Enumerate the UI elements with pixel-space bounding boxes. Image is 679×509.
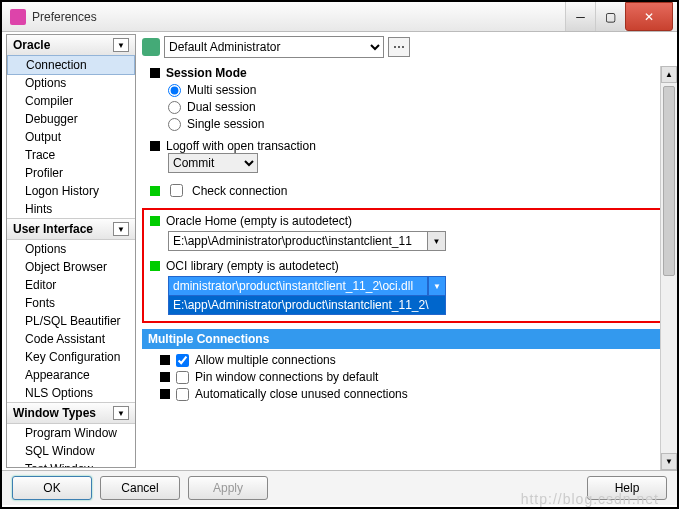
sidebar-item-trace[interactable]: Trace bbox=[7, 146, 135, 164]
logoff-legend: Logoff with open transaction bbox=[166, 139, 316, 153]
help-button[interactable]: Help bbox=[587, 476, 667, 500]
category-oracle[interactable]: Oracle ▼ bbox=[7, 35, 135, 56]
sidebar-item-debugger[interactable]: Debugger bbox=[7, 110, 135, 128]
sidebar-item-hints[interactable]: Hints bbox=[7, 200, 135, 218]
minimize-button[interactable]: ─ bbox=[565, 2, 595, 31]
marker-icon bbox=[150, 68, 160, 78]
sidebar-item-key-config[interactable]: Key Configuration bbox=[7, 348, 135, 366]
scroll-up-icon[interactable]: ▲ bbox=[661, 66, 677, 83]
sidebar-item-fonts[interactable]: Fonts bbox=[7, 294, 135, 312]
sidebar-item-beautifier[interactable]: PL/SQL Beautifier bbox=[7, 312, 135, 330]
maximize-button[interactable]: ▢ bbox=[595, 2, 625, 31]
sidebar-item-test-window[interactable]: Test Window bbox=[7, 460, 135, 468]
pin-window-checkbox[interactable] bbox=[176, 371, 189, 384]
logoff-select[interactable]: Commit bbox=[168, 153, 258, 173]
sidebar-item-compiler[interactable]: Compiler bbox=[7, 92, 135, 110]
chevron-down-icon[interactable]: ▼ bbox=[113, 406, 129, 420]
single-session-radio[interactable] bbox=[168, 118, 181, 131]
multiple-connections-header: Multiple Connections bbox=[142, 329, 671, 349]
window-title: Preferences bbox=[32, 10, 565, 24]
session-mode-legend: Session Mode bbox=[166, 66, 247, 80]
marker-icon bbox=[160, 372, 170, 382]
sidebar-item-nls[interactable]: NLS Options bbox=[7, 384, 135, 402]
oracle-home-input[interactable] bbox=[168, 231, 428, 251]
category-window-types[interactable]: Window Types ▼ bbox=[7, 402, 135, 424]
sidebar-item-logon-history[interactable]: Logon History bbox=[7, 182, 135, 200]
marker-icon bbox=[160, 355, 170, 365]
oci-library-label: OCI library (empty is autodetect) bbox=[166, 259, 339, 273]
category-sidebar: Oracle ▼ Connection Options Compiler Deb… bbox=[6, 34, 136, 468]
marker-icon bbox=[150, 186, 160, 196]
multi-session-radio[interactable] bbox=[168, 84, 181, 97]
ok-button[interactable]: OK bbox=[12, 476, 92, 500]
auto-close-checkbox[interactable] bbox=[176, 388, 189, 401]
chevron-down-icon[interactable]: ▼ bbox=[113, 222, 129, 236]
check-connection-checkbox[interactable] bbox=[170, 184, 183, 197]
chevron-down-icon[interactable]: ▼ bbox=[113, 38, 129, 52]
sidebar-item-output[interactable]: Output bbox=[7, 128, 135, 146]
more-button[interactable]: ⋯ bbox=[388, 37, 410, 57]
oracle-home-label: Oracle Home (empty is autodetect) bbox=[166, 214, 352, 228]
category-user-interface[interactable]: User Interface ▼ bbox=[7, 218, 135, 240]
marker-icon bbox=[150, 216, 160, 226]
sidebar-item-editor[interactable]: Editor bbox=[7, 276, 135, 294]
dual-session-radio[interactable] bbox=[168, 101, 181, 114]
scroll-thumb[interactable] bbox=[663, 86, 675, 276]
close-button[interactable]: ✕ bbox=[625, 2, 673, 31]
app-icon bbox=[10, 9, 26, 25]
sidebar-item-ui-options[interactable]: Options bbox=[7, 240, 135, 258]
marker-icon bbox=[150, 141, 160, 151]
sidebar-item-sql-window[interactable]: SQL Window bbox=[7, 442, 135, 460]
cancel-button[interactable]: Cancel bbox=[100, 476, 180, 500]
sidebar-item-code-assistant[interactable]: Code Assistant bbox=[7, 330, 135, 348]
chevron-down-icon[interactable]: ▼ bbox=[428, 276, 446, 296]
sidebar-item-appearance[interactable]: Appearance bbox=[7, 366, 135, 384]
vertical-scrollbar[interactable]: ▲ ▼ bbox=[660, 66, 677, 470]
scroll-down-icon[interactable]: ▼ bbox=[661, 453, 677, 470]
main-panel: Default Administrator ⋯ Session Mode Mul… bbox=[136, 32, 677, 470]
highlight-box: Oracle Home (empty is autodetect) ▼ OCI … bbox=[142, 208, 671, 323]
marker-icon bbox=[150, 261, 160, 271]
oci-library-input[interactable] bbox=[168, 276, 428, 296]
sidebar-item-profiler[interactable]: Profiler bbox=[7, 164, 135, 182]
chevron-down-icon[interactable]: ▼ bbox=[428, 231, 446, 251]
admin-select[interactable]: Default Administrator bbox=[164, 36, 384, 58]
oci-dropdown-option[interactable]: E:\app\Administrator\product\instantclie… bbox=[168, 295, 446, 315]
sidebar-item-connection[interactable]: Connection bbox=[7, 55, 135, 75]
marker-icon bbox=[160, 389, 170, 399]
allow-multiple-checkbox[interactable] bbox=[176, 354, 189, 367]
sidebar-item-options[interactable]: Options bbox=[7, 74, 135, 92]
sidebar-item-program-window[interactable]: Program Window bbox=[7, 424, 135, 442]
admin-icon bbox=[142, 38, 160, 56]
apply-button[interactable]: Apply bbox=[188, 476, 268, 500]
sidebar-item-object-browser[interactable]: Object Browser bbox=[7, 258, 135, 276]
